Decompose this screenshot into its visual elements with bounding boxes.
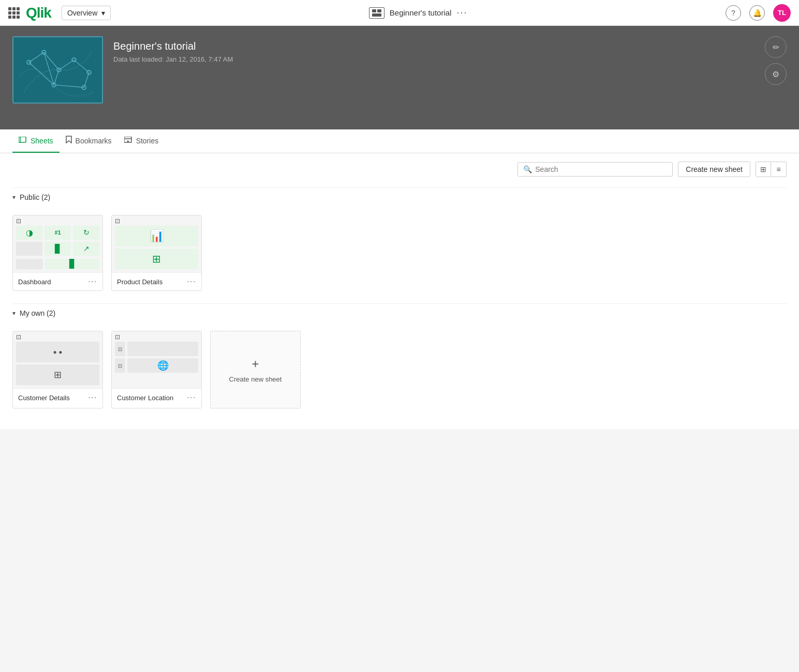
settings-icon: ⚙ (772, 69, 779, 79)
overview-dropdown[interactable]: Overview ▾ (62, 6, 111, 20)
public-section-label: Public (2) (20, 193, 50, 201)
product-details-card-footer: Product Details ··· (112, 272, 201, 290)
dashboard-card-more-button[interactable]: ··· (88, 277, 97, 286)
create-plus-icon: + (251, 357, 259, 371)
app-thumbnail (12, 36, 103, 104)
notification-icon: 🔔 (753, 9, 762, 17)
tab-bookmarks[interactable]: Bookmarks (60, 129, 118, 153)
search-input[interactable] (535, 165, 667, 173)
svg-rect-0 (372, 9, 376, 12)
customer-location-card-name: Customer Location (117, 394, 173, 402)
dashboard-card-name: Dashboard (18, 278, 51, 286)
bookmarks-tab-label: Bookmarks (76, 137, 112, 145)
hero-title: Beginner's tutorial (113, 40, 233, 52)
public-section-header[interactable]: ▾ Public (2) (12, 187, 787, 207)
sheet-icon3: ⊡ (16, 333, 21, 341)
settings-button[interactable]: ⚙ (765, 63, 787, 85)
stories-tab-label: Stories (136, 137, 159, 145)
dashboard-cell-6: ↗ (73, 242, 99, 256)
grid-view-button[interactable]: ⊞ (756, 162, 771, 177)
location-nav-icon1: ⊡ (115, 342, 125, 356)
customer-cell-1: ● ● (16, 342, 99, 362)
sheet-card-customer-details[interactable]: ⊡ ● ● ⊞ Customer Details ··· (12, 331, 103, 408)
grid-menu-icon[interactable] (8, 7, 20, 19)
sheet-icon2: ⊡ (115, 217, 120, 225)
customer-location-preview: ⊡ ⊡ ⊡ 🌐 (112, 331, 201, 388)
help-icon: ? (731, 9, 735, 17)
svg-rect-2 (372, 13, 381, 17)
dashboard-cell-3: ↻ (73, 226, 99, 240)
dots-icon: ● ● (53, 348, 63, 356)
create-new-sheet-card[interactable]: + Create new sheet (210, 331, 301, 408)
bookmarks-icon (66, 136, 72, 145)
svg-rect-1 (377, 9, 381, 12)
line-chart-icon: ↗ (83, 244, 90, 253)
location-bar1 (127, 342, 198, 356)
customer-location-card-footer: Customer Location ··· (112, 388, 201, 406)
tab-sheets[interactable]: Sheets (12, 129, 60, 153)
overview-label: Overview (67, 9, 97, 17)
product-details-card-more-button[interactable]: ··· (187, 277, 196, 286)
sheet-card-dashboard[interactable]: ⊡ ◑ #1 ↻ ▊ (12, 215, 103, 291)
customer-location-card-more-button[interactable]: ··· (187, 393, 196, 402)
list-view-icon: ≡ (776, 165, 780, 173)
dashboard-cell-1: ◑ (16, 226, 42, 240)
nav-center: Beginner's tutorial ··· (117, 7, 719, 19)
product-cell-2: ⊞ (115, 249, 198, 269)
my-own-section-label: My own (2) (20, 309, 55, 317)
sheets-tab-label: Sheets (31, 137, 53, 145)
create-sheet-button[interactable]: Create new sheet (678, 162, 750, 177)
refresh-icon: ↻ (83, 228, 90, 237)
search-icon: 🔍 (523, 165, 532, 173)
table-icon: ⊞ (152, 253, 161, 265)
top-nav: Qlik Overview ▾ Beginner's tutorial ··· … (0, 0, 799, 26)
chevron-down-icon2: ▾ (12, 310, 16, 317)
user-avatar[interactable]: TL (773, 4, 791, 22)
location-globe: 🌐 (127, 358, 198, 373)
customer-details-preview: ⊡ ● ● ⊞ (13, 331, 102, 388)
search-box[interactable]: 🔍 (517, 162, 673, 177)
dashboard-cell-bar2: ▊ (45, 259, 99, 269)
tabs-bar: Sheets Bookmarks Stories (0, 129, 799, 153)
sheets-icon (19, 136, 27, 145)
hero-section: Beginner's tutorial Data last loaded: Ja… (0, 26, 799, 129)
edit-button[interactable]: ✏ (765, 36, 787, 58)
customer-details-card-name: Customer Details (18, 394, 70, 402)
product-cell-1: 📊 (115, 226, 198, 246)
sheet-card-product-details[interactable]: ⊡ 📊 ⊞ Product Details ··· (111, 215, 202, 291)
chevron-down-icon: ▾ (12, 194, 16, 201)
kpi-icon: #1 (54, 229, 61, 236)
notification-button[interactable]: 🔔 (749, 5, 765, 21)
product-details-preview: ⊡ 📊 ⊞ (112, 215, 201, 272)
hero-actions: ✏ ⚙ (765, 36, 787, 85)
app-icon (369, 7, 384, 19)
view-toggle: ⊞ ≡ (756, 162, 787, 177)
bar-chart-tall-icon: 📊 (150, 229, 164, 243)
dashboard-preview: ⊡ ◑ #1 ↻ ▊ (13, 215, 102, 272)
public-sheets-row: ⊡ ◑ #1 ↻ ▊ (12, 215, 787, 291)
customer-details-card-more-button[interactable]: ··· (88, 393, 97, 402)
hero-info: Beginner's tutorial Data last loaded: Ja… (113, 36, 233, 63)
my-own-section-header[interactable]: ▾ My own (2) (12, 303, 787, 323)
svg-rect-11 (19, 137, 26, 142)
product-details-card-name: Product Details (117, 278, 162, 286)
bar-icon2: ▊ (69, 259, 76, 269)
create-new-sheet-label: Create new sheet (229, 375, 282, 383)
sheet-icon4: ⊡ (115, 333, 120, 341)
list-view-button[interactable]: ≡ (771, 162, 787, 177)
help-button[interactable]: ? (726, 5, 741, 21)
stories-icon (124, 136, 132, 145)
sheet-card-customer-location[interactable]: ⊡ ⊡ ⊡ 🌐 (111, 331, 202, 408)
table-icon2: ⊞ (54, 369, 62, 381)
app-more-button[interactable]: ··· (456, 7, 467, 18)
app-title: Beginner's tutorial (390, 8, 452, 17)
my-own-sheets-row: ⊡ ● ● ⊞ Customer Details ··· ⊡ (12, 331, 787, 408)
location-nav-icon2: ⊡ (115, 358, 125, 373)
bar-chart-icon: ▊ (55, 244, 61, 254)
dashboard-cell-2: #1 (45, 226, 71, 240)
customer-details-card-footer: Customer Details ··· (13, 388, 102, 406)
sheet-icon: ⊡ (16, 217, 21, 225)
grid-view-icon: ⊞ (760, 165, 766, 173)
customer-cell-2: ⊞ (16, 364, 99, 385)
tab-stories[interactable]: Stories (118, 129, 165, 153)
